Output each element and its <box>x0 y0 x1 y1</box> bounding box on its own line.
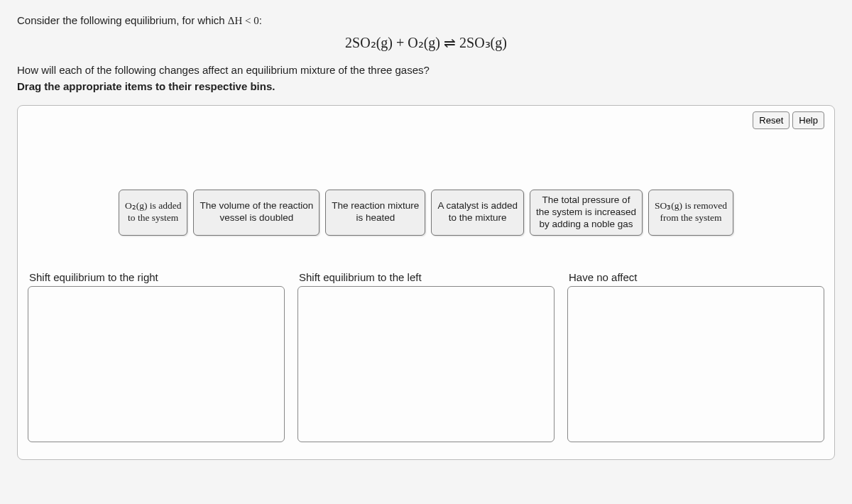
question-followup: How will each of the following changes a… <box>17 64 835 76</box>
item-noble-gas[interactable]: The total pressure ofthe system is incre… <box>530 190 643 236</box>
bin-drop-right[interactable] <box>28 286 285 442</box>
panel-buttons: Reset Help <box>753 111 824 129</box>
intro-text: Consider the following equilibrium, for … <box>17 14 835 27</box>
item-heated[interactable]: The reaction mixtureis heated <box>325 190 425 236</box>
reset-button[interactable]: Reset <box>753 111 790 129</box>
intro-prefix: Consider the following equilibrium, for … <box>17 14 228 26</box>
item-catalyst[interactable]: A catalyst is addedto the mixture <box>431 190 524 236</box>
intro-suffix: : <box>259 14 262 26</box>
equation: 2SO₂(g) + O₂(g) ⇌ 2SO₃(g) <box>17 34 835 51</box>
help-button[interactable]: Help <box>792 111 824 129</box>
bin-drop-none[interactable] <box>567 286 824 442</box>
draggable-items-row: O₂(g) is addedto the system The volume o… <box>28 190 824 236</box>
item-volume-doubled[interactable]: The volume of the reactionvessel is doub… <box>193 190 320 236</box>
instruction: Drag the appropriate items to their resp… <box>17 80 835 92</box>
bin-no-affect: Have no affect <box>567 271 824 442</box>
item-so3-removed[interactable]: SO₃(g) is removedfrom the system <box>648 190 733 236</box>
bins-row: Shift equilibrium to the right Shift equ… <box>28 271 824 442</box>
bin-shift-left: Shift equilibrium to the left <box>297 271 555 442</box>
bin-drop-left[interactable] <box>297 286 555 442</box>
drag-drop-panel: Reset Help O₂(g) is addedto the system T… <box>17 105 835 460</box>
bin-shift-right: Shift equilibrium to the right <box>28 271 285 442</box>
bin-label-right: Shift equilibrium to the right <box>28 271 285 283</box>
bin-label-none: Have no affect <box>567 271 824 283</box>
bin-label-left: Shift equilibrium to the left <box>297 271 555 283</box>
item-o2-added[interactable]: O₂(g) is addedto the system <box>119 190 187 236</box>
delta-h: ΔH < 0 <box>228 15 259 26</box>
